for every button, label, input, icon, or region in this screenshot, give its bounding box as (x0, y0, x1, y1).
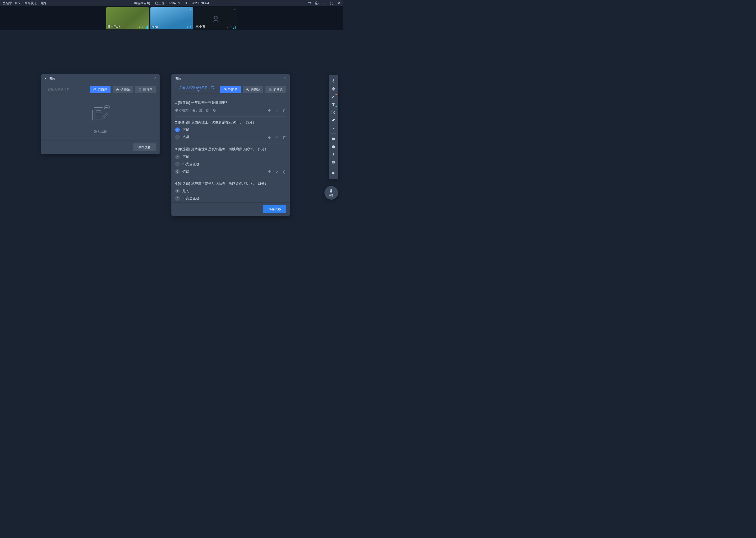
option-badge: A (175, 188, 180, 193)
panel-title: 测验 (49, 77, 55, 81)
minimize-icon[interactable] (322, 1, 326, 5)
svg-line-42 (333, 112, 333, 112)
option-badge: B (175, 162, 180, 167)
quiz-name-input[interactable] (45, 86, 88, 93)
delete-question-icon[interactable] (282, 109, 286, 113)
save-quiz-button[interactable]: 保存试卷 (133, 143, 156, 151)
svg-rect-15 (94, 88, 96, 91)
quiz-name-chip[interactable]: 产品说试卷名称最多十六个字 (175, 86, 218, 93)
scissors-tool[interactable] (329, 108, 338, 116)
video-tile-student[interactable]: × 王小明 (195, 7, 237, 29)
add-choice-button[interactable]: 选择题 (113, 86, 133, 93)
svg-line-11 (227, 26, 229, 28)
reward-icon (138, 26, 141, 28)
close-window-icon[interactable] (337, 1, 341, 5)
eraser-tool[interactable] (329, 116, 338, 124)
question-option[interactable]: B 不完全正确 (175, 196, 286, 201)
course-title: 神秘大自然 (134, 1, 150, 6)
move-question-icon[interactable] (268, 109, 271, 113)
svg-point-27 (106, 107, 107, 108)
roster-tool[interactable] (329, 151, 338, 159)
svg-point-37 (333, 81, 334, 81)
tile-close-icon[interactable]: × (190, 8, 192, 11)
network-status: 网络状态：良好 (24, 1, 46, 6)
option-badge: A (175, 154, 180, 159)
delete-question-icon[interactable] (282, 170, 286, 175)
question-actions (268, 135, 286, 140)
option-text: 错误 (182, 135, 189, 139)
add-short-answer-button[interactable]: 简答题 (135, 86, 156, 93)
question-list[interactable]: 1 [简答题] 一年四季分别是哪四季?参考答案：春、夏、秋、冬 2 [判断题] … (171, 96, 290, 202)
close-icon[interactable] (283, 77, 287, 81)
option-text: 正确 (182, 128, 189, 132)
participant-name: 叮当老师 (107, 25, 120, 29)
toolbox-tool[interactable] (329, 143, 338, 151)
svg-point-7 (187, 27, 188, 27)
add-true-false-button[interactable]: 判断题 (220, 86, 241, 93)
add-true-false-button[interactable]: 判断题 (90, 86, 111, 93)
question-title: 4 [多选题] 施华洛世奇是反华品牌，所以梁鼎琪反华。（2分） (175, 181, 286, 186)
svg-rect-12 (231, 26, 231, 27)
chat-tool[interactable] (329, 159, 338, 167)
session-id: ID：2020070324 (185, 1, 209, 6)
click-tool[interactable] (329, 77, 338, 85)
edit-question-icon[interactable] (275, 170, 279, 175)
svg-point-43 (333, 128, 334, 129)
question-option[interactable]: A 正确 (175, 128, 286, 132)
laser-tool[interactable] (329, 124, 338, 132)
svg-rect-44 (332, 146, 335, 148)
edit-question-icon[interactable] (275, 109, 279, 113)
svg-rect-6 (143, 26, 143, 27)
folder-tool[interactable] (329, 135, 338, 143)
svg-point-39 (332, 113, 333, 114)
question-option[interactable]: A 正确 (175, 154, 286, 159)
option-badge: B (175, 196, 180, 201)
option-text: 正确 (182, 154, 189, 159)
svg-rect-31 (224, 88, 226, 91)
camera-toggle-icon[interactable] (307, 1, 311, 5)
question-item: 3 [单选题] 施华洛世奇是反华品牌，所以梁鼎琪反华。（2分） A 正确 B 不… (175, 143, 286, 178)
option-badge: B (175, 135, 180, 139)
question-option[interactable]: A 是的 (175, 188, 286, 193)
option-text: 是的 (182, 188, 189, 193)
video-strip: 叮当老师 × Nina × 王小明 (0, 6, 343, 30)
svg-point-38 (332, 111, 333, 112)
delete-question-icon[interactable] (282, 135, 286, 140)
settings-icon[interactable] (315, 1, 319, 5)
signal-icon (233, 26, 236, 28)
question-actions (268, 170, 286, 175)
svg-point-17 (117, 89, 118, 90)
hand-icon (329, 188, 334, 193)
video-tile-student[interactable]: × Nina (150, 7, 193, 29)
back-icon[interactable] (44, 77, 47, 81)
panel-title: 测验 (174, 77, 181, 81)
class-time: 已上课：02:34:09 (155, 1, 180, 6)
mic-icon (189, 26, 192, 28)
add-choice-button[interactable]: 选择题 (243, 86, 263, 93)
camera-off-icon (211, 14, 220, 23)
add-short-answer-button[interactable]: 简答题 (265, 86, 286, 93)
question-item: 2 [判断题] 我国宪法上一次更新是在2020年。 （2分） A 正确 B 错误 (175, 117, 286, 144)
move-question-icon[interactable] (268, 170, 271, 175)
move-question-icon[interactable] (268, 135, 271, 140)
svg-line-41 (334, 113, 335, 114)
svg-point-28 (107, 107, 108, 108)
bell-tool[interactable] (329, 169, 338, 177)
tile-close-icon[interactable]: × (234, 8, 236, 11)
close-icon[interactable] (153, 77, 157, 81)
question-option[interactable]: B 不完全正确 (175, 162, 286, 167)
question-item: 4 [多选题] 施华洛世奇是反华品牌，所以梁鼎琪反华。（2分） A 是的 B 不… (175, 178, 286, 202)
pen-tool[interactable] (329, 93, 338, 101)
video-tile-teacher[interactable]: 叮当老师 (106, 7, 149, 29)
text-tool[interactable] (329, 101, 338, 108)
maximize-icon[interactable] (330, 1, 333, 5)
empty-text: 暂无试题 (94, 129, 107, 134)
svg-rect-0 (308, 2, 310, 4)
empty-quiz-icon (89, 102, 112, 126)
quiz-panel-empty: 测验 判断题 选择题 简答题 暂无试题 保存试卷 (41, 74, 160, 154)
move-tool[interactable] (329, 85, 338, 93)
raise-hand-button[interactable]: 0/2 (324, 186, 338, 200)
save-quiz-button[interactable]: 保存试卷 (263, 205, 286, 213)
svg-point-9 (214, 16, 217, 19)
edit-question-icon[interactable] (275, 135, 279, 140)
